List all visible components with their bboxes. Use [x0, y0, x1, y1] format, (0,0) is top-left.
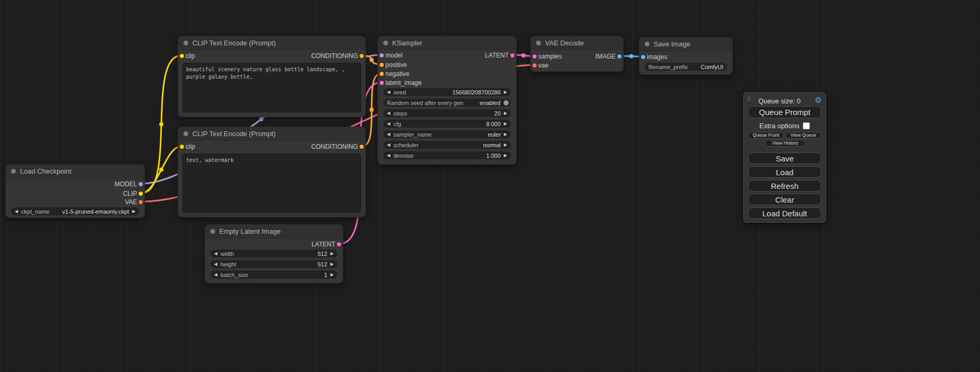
output-port-conditioning[interactable] — [360, 54, 364, 58]
view-history-button[interactable]: View History — [765, 140, 806, 147]
output-port-latent[interactable] — [510, 53, 515, 58]
widget-value: 1 — [324, 272, 327, 278]
input-port-positive[interactable] — [380, 63, 384, 67]
output-port-model[interactable] — [139, 182, 143, 186]
node-vae-decode[interactable]: VAE Decode samples vae IMAGE — [530, 36, 624, 72]
node-clip-text-encode-negative[interactable]: CLIP Text Encode (Prompt) clip CONDITION… — [178, 127, 366, 217]
decrement-arrow-icon[interactable]: ◀ — [387, 151, 390, 159]
node-title-bar[interactable]: CLIP Text Encode (Prompt) — [178, 36, 365, 50]
widget-ckpt-name[interactable]: ◀ ckpt_name v1-5-pruned-emaonly.ckpt ▶ — [11, 207, 139, 215]
increment-arrow-icon[interactable]: ▶ — [331, 260, 334, 268]
output-port-vae[interactable] — [139, 200, 143, 204]
widget-batch-size[interactable]: ◀ batch_size 1 ▶ — [210, 271, 337, 279]
increment-arrow-icon[interactable]: ▶ — [504, 109, 507, 117]
widget-value: 1.000 — [486, 152, 501, 159]
extra-options-checkbox[interactable] — [803, 122, 810, 129]
increment-arrow-icon[interactable]: ▶ — [504, 130, 507, 138]
prompt-textarea[interactable]: text, watermark — [182, 154, 361, 213]
slot-label: MODEL — [114, 180, 137, 188]
slot-label: samples — [538, 53, 562, 60]
collapse-toggle-icon[interactable] — [11, 169, 16, 174]
slot-label: LATENT — [485, 52, 509, 59]
load-button[interactable]: Load — [748, 166, 821, 178]
refresh-button[interactable]: Refresh — [748, 180, 821, 192]
increment-arrow-icon[interactable]: ▶ — [504, 88, 507, 96]
widget-width[interactable]: ◀ width 512 ▶ — [210, 250, 337, 257]
collapse-toggle-icon[interactable] — [383, 41, 388, 45]
input-port-latent-image[interactable] — [380, 81, 384, 85]
input-slot-latent-image: latent_image — [385, 79, 422, 87]
widget-denoise[interactable]: ◀ denoise 1.000 ▶ — [383, 151, 511, 159]
slot-label: CLIP — [123, 190, 137, 197]
decrement-arrow-icon[interactable]: ◀ — [214, 260, 217, 268]
output-port-latent[interactable] — [337, 242, 341, 246]
input-port-clip[interactable] — [180, 145, 184, 149]
decrement-arrow-icon[interactable]: ◀ — [214, 271, 217, 279]
output-slot-conditioning: CONDITIONING — [311, 142, 358, 151]
collapse-toggle-icon[interactable] — [645, 42, 649, 46]
node-title-text: Empty Latent Image — [219, 227, 280, 235]
queue-front-button[interactable]: Queue Front — [748, 132, 784, 139]
widget-filename-prefix[interactable]: filename_prefix ComfyUI — [645, 63, 727, 71]
prompt-textarea[interactable]: beautiful scenery nature glass bottle la… — [182, 63, 361, 112]
input-slot-clip: clip — [186, 142, 195, 151]
collapse-toggle-icon[interactable] — [210, 229, 215, 234]
widget-random-seed[interactable]: Random seed after every gen enabled — [383, 99, 511, 107]
collapse-toggle-icon[interactable] — [183, 131, 188, 136]
node-save-image[interactable]: Save Image images filename_prefix ComfyU… — [639, 37, 733, 75]
node-title-bar[interactable]: KSampler — [378, 36, 516, 50]
collapse-toggle-icon[interactable] — [183, 41, 188, 45]
node-title-bar[interactable]: CLIP Text Encode (Prompt) — [178, 127, 365, 141]
decrement-arrow-icon[interactable]: ◀ — [387, 109, 390, 117]
node-ksampler[interactable]: KSampler model positive negative latent_… — [377, 36, 517, 165]
widget-seed[interactable]: ◀ seed 156680208700286 ▶ — [383, 88, 511, 96]
toggle-icon[interactable] — [503, 100, 509, 106]
widget-scheduler[interactable]: ◀ scheduler normal ▶ — [383, 141, 511, 149]
clear-button[interactable]: Clear — [748, 194, 821, 205]
output-port-image[interactable] — [617, 54, 622, 59]
input-port-images[interactable] — [641, 55, 645, 59]
node-title-bar[interactable]: Save Image — [639, 37, 732, 51]
settings-gear-icon[interactable]: ⚙ — [815, 96, 822, 105]
output-port-clip[interactable] — [139, 192, 143, 196]
widget-height[interactable]: ◀ height 512 ▶ — [210, 260, 337, 268]
widget-steps[interactable]: ◀ steps 20 ▶ — [383, 109, 511, 117]
increment-arrow-icon[interactable]: ▶ — [132, 207, 135, 215]
output-port-conditioning[interactable] — [360, 145, 364, 149]
load-default-button[interactable]: Load Default — [748, 207, 821, 219]
input-port-samples[interactable] — [532, 54, 537, 59]
increment-arrow-icon[interactable]: ▶ — [504, 141, 507, 149]
node-clip-text-encode-positive[interactable]: CLIP Text Encode (Prompt) clip CONDITION… — [178, 36, 366, 117]
node-load-checkpoint[interactable]: Load Checkpoint MODEL CLIP VAE ◀ ckpt_na… — [5, 164, 145, 218]
input-port-negative[interactable] — [380, 72, 384, 76]
input-port-vae[interactable] — [532, 63, 537, 68]
view-queue-button[interactable]: View Queue — [785, 132, 821, 139]
node-title-bar[interactable]: Empty Latent Image — [205, 225, 343, 239]
widget-value: 512 — [317, 261, 327, 268]
increment-arrow-icon[interactable]: ▶ — [331, 271, 334, 279]
decrement-arrow-icon[interactable]: ◀ — [387, 120, 390, 128]
increment-arrow-icon[interactable]: ▶ — [504, 120, 507, 128]
node-editor-canvas[interactable]: Load Checkpoint MODEL CLIP VAE ◀ ckpt_na… — [0, 0, 980, 372]
increment-arrow-icon[interactable]: ▶ — [504, 151, 507, 159]
queue-prompt-button[interactable]: Queue Prompt — [748, 106, 821, 118]
decrement-arrow-icon[interactable]: ◀ — [387, 141, 390, 149]
widget-cfg[interactable]: ◀ cfg 8.000 ▶ — [383, 120, 511, 128]
decrement-arrow-icon[interactable]: ◀ — [15, 207, 18, 215]
decrement-arrow-icon[interactable]: ◀ — [214, 250, 217, 257]
save-button[interactable]: Save — [748, 152, 821, 164]
input-port-clip[interactable] — [180, 54, 184, 58]
input-port-model[interactable] — [380, 53, 384, 58]
extra-options-row: Extra options — [744, 122, 826, 130]
widget-name: width — [220, 251, 234, 257]
node-title-bar[interactable]: Load Checkpoint — [6, 165, 144, 178]
widget-sampler-name[interactable]: ◀ sampler_name euler ▶ — [383, 130, 511, 138]
widget-name: denoise — [393, 152, 414, 159]
node-title-bar[interactable]: VAE Decode — [531, 36, 623, 50]
decrement-arrow-icon[interactable]: ◀ — [387, 130, 390, 138]
increment-arrow-icon[interactable]: ▶ — [331, 250, 334, 257]
node-empty-latent-image[interactable]: Empty Latent Image LATENT ◀ width 512 ▶ … — [205, 224, 343, 283]
collapse-toggle-icon[interactable] — [536, 41, 541, 45]
widget-value: euler — [488, 131, 500, 138]
decrement-arrow-icon[interactable]: ◀ — [387, 88, 390, 96]
